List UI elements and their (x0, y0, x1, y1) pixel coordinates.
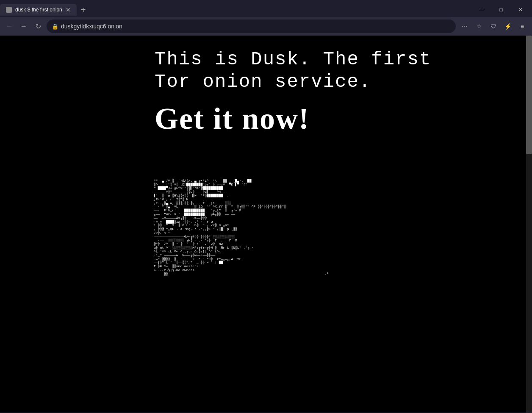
heading-line2: Tor onion service. (155, 71, 431, 93)
back-button[interactable]: ← (3, 20, 15, 32)
nav-right-controls: ⋯ ☆ 🛡 ⚡ ≡ (458, 20, 529, 33)
minimize-button[interactable]: — (472, 3, 491, 17)
page-cta[interactable]: Get it now! (155, 101, 310, 136)
tab-close-button[interactable]: ✕ (66, 6, 71, 13)
extensions-button[interactable]: ⋯ (458, 20, 471, 33)
ascii-art-area: "" ▄ /^ ╠ `·ÉΛ╠/. ▄ ╓▪'L^ '\ ▓▓ [█▄·. ██… (154, 175, 526, 280)
refresh-button[interactable]: ↻ (32, 20, 44, 32)
maximize-button[interactable]: □ (491, 3, 511, 17)
tab-favicon (6, 7, 12, 13)
scrollbar[interactable] (526, 36, 532, 413)
shield-button[interactable]: 🛡 (487, 20, 500, 33)
nav-bar: ← → ↻ 🔒 duskgytldkxiuqc6.onion ⋯ ☆ 🛡 ⚡ ≡ (0, 17, 532, 36)
window-controls: — □ ✕ (472, 3, 532, 17)
url-text: duskgytldkxiuqc6.onion (61, 23, 451, 30)
lock-icon: 🔒 (52, 23, 58, 30)
page-heading: This is Dusk. The first Tor onion servic… (155, 48, 431, 93)
url-bar[interactable]: 🔒 duskgytldkxiuqc6.onion (47, 19, 456, 33)
tab-title: dusk $ the first onion (15, 7, 62, 13)
close-button[interactable]: ✕ (511, 3, 530, 17)
menu-button[interactable]: ≡ (516, 20, 529, 33)
new-tab-button[interactable]: + (77, 6, 90, 14)
heading-line1: This is Dusk. The first (155, 48, 431, 71)
scrollbar-thumb[interactable] (526, 36, 532, 154)
page-content: This is Dusk. The first Tor onion servic… (0, 36, 532, 413)
browser-chrome: dusk $ the first onion ✕ + — □ ✕ ← → ↻ 🔒… (0, 0, 532, 36)
bookmark-button[interactable]: ☆ (473, 20, 485, 33)
devtools-button[interactable]: ⚡ (502, 20, 514, 33)
active-tab[interactable]: dusk $ the first onion ✕ (0, 4, 77, 16)
tab-bar: dusk $ the first onion ✕ + — □ ✕ (0, 0, 532, 17)
forward-button[interactable]: → (18, 20, 30, 32)
